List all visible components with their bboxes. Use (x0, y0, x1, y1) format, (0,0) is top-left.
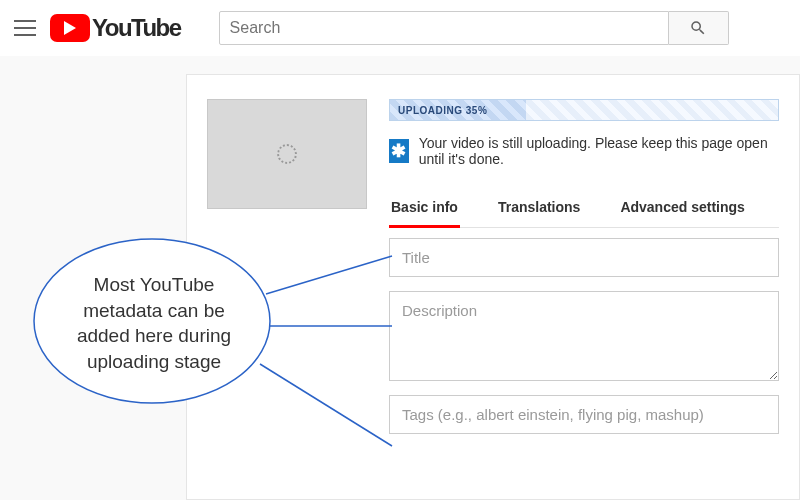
upload-notice: ✱ Your video is still uploading. Please … (389, 135, 779, 167)
upload-progress-label: UPLOADING 35% (398, 105, 487, 116)
tab-basic-info[interactable]: Basic info (389, 189, 460, 228)
search-bar (219, 11, 729, 45)
metadata-form (389, 238, 779, 434)
search-input[interactable] (219, 11, 669, 45)
tab-bar: Basic info Translations Advanced setting… (389, 189, 779, 228)
top-bar: YouTube (0, 0, 800, 56)
spinner-icon (277, 144, 297, 164)
tags-field[interactable] (389, 395, 779, 434)
tab-advanced-settings[interactable]: Advanced settings (618, 189, 746, 227)
logo-text: YouTube (92, 14, 181, 42)
search-button[interactable] (669, 11, 729, 45)
annotation-callout: Most YouTube metadata can be added here … (22, 226, 282, 416)
search-icon (689, 19, 707, 37)
youtube-logo[interactable]: YouTube (50, 14, 181, 42)
upload-notice-text: Your video is still uploading. Please ke… (419, 135, 779, 167)
play-icon (50, 14, 90, 42)
info-icon: ✱ (389, 139, 409, 163)
description-field[interactable] (389, 291, 779, 381)
menu-icon[interactable] (14, 17, 36, 39)
tab-translations[interactable]: Translations (496, 189, 582, 227)
title-field[interactable] (389, 238, 779, 277)
upload-progress-bar: UPLOADING 35% (389, 99, 779, 121)
video-thumbnail-placeholder (207, 99, 367, 209)
annotation-text: Most YouTube metadata can be added here … (66, 272, 242, 375)
